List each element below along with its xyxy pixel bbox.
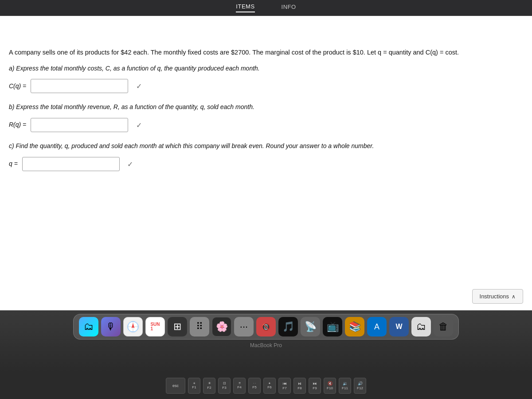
part-a: a) Express the total monthly costs, C, a… [9, 63, 519, 94]
part-c: c) Find the quantity, q, produced and so… [9, 141, 519, 171]
key-f3[interactable]: ⊡ F3 [218, 378, 231, 394]
macbook-label: MacBook Pro [250, 342, 282, 348]
dock-icon-photos[interactable]: 🌸 [212, 317, 231, 336]
part-c-check-button[interactable]: ✓ [124, 158, 137, 170]
tab-bar: ITEMS INFO [0, 0, 532, 16]
key-f5[interactable]: · · F5 [248, 378, 261, 394]
part-a-check-button[interactable]: ✓ [133, 80, 145, 92]
part-b-input[interactable] [31, 118, 128, 132]
key-f2[interactable]: ☀ F2 [203, 378, 215, 394]
key-f12[interactable]: 🔊 F12 [354, 378, 366, 394]
part-b-label: b) Express the total monthly revenue, R,… [9, 102, 519, 113]
part-a-answer-row: C(q) = ✓ [9, 79, 519, 93]
problem-text: A company sells one of its products for … [9, 47, 519, 171]
dock-icon-safari[interactable] [123, 317, 143, 336]
part-a-label: a) Express the total monthly costs, C, a… [9, 63, 519, 74]
dock-icon-trash[interactable]: 🗑 [434, 317, 453, 336]
dock-icon-appstore[interactable]: A [367, 317, 387, 336]
dock-icon-appletv[interactable]: 📺 [323, 317, 342, 336]
key-f4[interactable]: ⠿ F4 [233, 378, 246, 394]
key-f9[interactable]: ⏭ F9 [309, 378, 321, 394]
problem-intro: A company sells one of its products for … [9, 47, 519, 58]
dock-icon-finder[interactable]: 🗂 [79, 317, 98, 336]
part-b: b) Express the total monthly revenue, R,… [9, 102, 519, 132]
dock-icon-grid[interactable]: ⠿ [190, 317, 209, 336]
dock-icon-calendar[interactable]: SUN1 [145, 317, 165, 336]
dock-icon-finder2[interactable]: 🗂 [411, 317, 431, 336]
key-f8[interactable]: ⏯ F8 [293, 378, 306, 394]
key-f10[interactable]: 🔇 F10 [324, 378, 336, 394]
part-a-input[interactable] [31, 79, 128, 93]
part-a-equation-label: C(q) = [9, 81, 26, 92]
part-c-label: c) Find the quantity, q, produced and so… [9, 141, 519, 152]
part-b-check-button[interactable]: ✓ [133, 119, 145, 131]
key-f7[interactable]: ⏮ F7 [278, 378, 291, 394]
dock-icon-podcast[interactable]: 📡 [301, 317, 320, 336]
main-content: A company sells one of its products for … [0, 16, 532, 310]
part-c-equation-label: q = [9, 159, 18, 169]
tab-info[interactable]: INFO [282, 4, 296, 12]
key-f6[interactable]: ✦ F6 [263, 378, 276, 394]
instructions-button[interactable]: Instructions [472, 289, 523, 304]
dock-icon-more[interactable]: ··· [234, 317, 254, 336]
dock-icon-music[interactable]: 🎵 [278, 317, 298, 336]
keyboard-area: esc ☀ F1 ☀ F2 ⊡ F3 ⠿ F4 · · F5 ✦ F6 ⏮ F7… [0, 372, 532, 399]
key-esc[interactable]: esc [166, 378, 185, 394]
dock-icon-launchpad[interactable]: ⊞ [168, 317, 187, 336]
dock-icon-word[interactable]: W [389, 317, 409, 336]
tab-items[interactable]: ITEMS [236, 3, 254, 12]
dock-area: 🗂 🎙 SUN1 ⊞ ⠿ 🌸 ··· 📵 🎵 📡 📺 📚 A W 🗂 🗑 Mac… [0, 310, 532, 372]
part-b-answer-row: R(q) = ✓ [9, 118, 519, 132]
dock: 🗂 🎙 SUN1 ⊞ ⠿ 🌸 ··· 📵 🎵 📡 📺 📚 A W 🗂 🗑 [73, 314, 459, 340]
key-f11[interactable]: 🔉 F11 [339, 378, 351, 394]
dock-icon-siri[interactable]: 🎙 [101, 317, 121, 336]
part-c-input[interactable] [22, 157, 120, 171]
key-f1[interactable]: ☀ F1 [188, 378, 200, 394]
part-c-answer-row: q = ✓ [9, 157, 519, 171]
dock-icon-ns[interactable]: 📵 [256, 317, 276, 336]
dock-icon-books[interactable]: 📚 [345, 317, 364, 336]
part-b-equation-label: R(q) = [9, 120, 26, 130]
